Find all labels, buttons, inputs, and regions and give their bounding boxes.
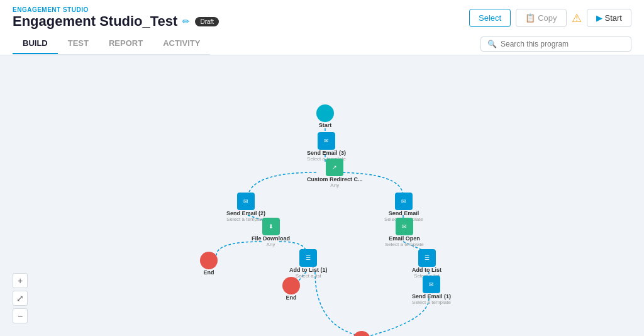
search-icon: 🔍 xyxy=(487,40,497,48)
select-button[interactable]: Select xyxy=(469,9,511,27)
start-label: Start xyxy=(319,122,332,128)
send-email-1-square: ✉ xyxy=(423,276,440,293)
email-open-label: Email Open xyxy=(389,235,420,242)
add-to-list-1-square: ☰ xyxy=(299,249,317,267)
send-email-3-label: Send Email (3) xyxy=(307,150,346,156)
node-end-left[interactable]: End xyxy=(200,252,218,276)
zoom-fit-button[interactable]: ⤢ xyxy=(13,291,28,306)
zoom-controls: + ⤢ − xyxy=(13,273,28,323)
search-bar: 🔍 xyxy=(480,36,631,52)
node-add-to-list-1[interactable]: ☰ Add to List (1) Select a list xyxy=(289,249,328,279)
tab-activity[interactable]: ACTIVITY xyxy=(153,33,210,54)
header: ENGAGEMENT STUDIO Engagement Studio_Test… xyxy=(0,0,644,55)
node-send-email-1[interactable]: ✉ Send Email (1) Select a template xyxy=(412,276,451,305)
page-title: Engagement Studio_Test xyxy=(13,13,177,30)
add-to-list-2-square: ☰ xyxy=(418,249,436,267)
node-end-mid[interactable]: End xyxy=(282,277,300,301)
node-add-to-list-2[interactable]: ☰ Add to List Select a list xyxy=(412,249,441,279)
send-email-right-label: Send Email xyxy=(389,210,419,216)
tab-report[interactable]: REPORT xyxy=(99,33,153,54)
end-left-circle xyxy=(200,252,218,269)
add-to-list-1-label: Add to List (1) xyxy=(289,267,328,273)
email-open-sublabel: Select a template xyxy=(385,242,424,247)
custom-redirect-square: ↗ xyxy=(326,159,343,176)
file-download-sublabel: Any xyxy=(267,242,275,247)
title-row: Engagement Studio_Test ✏ Draft xyxy=(13,13,219,30)
app-container: ENGAGEMENT STUDIO Engagement Studio_Test… xyxy=(0,0,644,336)
brand-title-group: ENGAGEMENT STUDIO Engagement Studio_Test… xyxy=(13,6,219,30)
warning-icon: ⚠ xyxy=(572,11,582,25)
node-file-download[interactable]: ⬇ File Download Any xyxy=(252,218,290,247)
file-download-square: ⬇ xyxy=(262,218,280,235)
search-input[interactable] xyxy=(501,40,614,48)
node-custom-redirect[interactable]: ↗ Custom Redirect C... Any xyxy=(307,159,363,188)
draft-badge: Draft xyxy=(195,17,219,26)
brand-label: ENGAGEMENT STUDIO xyxy=(13,6,219,13)
send-email-2-square: ✉ xyxy=(237,193,255,210)
node-email-open[interactable]: ✉ Email Open Select a template xyxy=(385,218,424,247)
play-icon: ▶ xyxy=(596,13,602,23)
add-to-list-2-label: Add to List xyxy=(412,267,441,273)
custom-redirect-sublabel: Any xyxy=(330,182,339,188)
header-top: ENGAGEMENT STUDIO Engagement Studio_Test… xyxy=(13,0,631,33)
start-button[interactable]: ▶ Start xyxy=(587,9,631,27)
node-end-bottom[interactable]: End xyxy=(353,331,370,336)
copy-icon: 📋 xyxy=(525,13,535,23)
connections-svg xyxy=(0,55,644,336)
node-start[interactable]: Start xyxy=(316,104,334,128)
custom-redirect-label: Custom Redirect C... xyxy=(307,176,363,182)
start-circle xyxy=(316,104,334,122)
send-email-1-sublabel: Select a template xyxy=(412,300,451,305)
tab-test[interactable]: TEST xyxy=(58,33,99,54)
end-left-label: End xyxy=(204,269,214,276)
send-email-2-label: Send Email (2) xyxy=(226,210,265,216)
copy-button[interactable]: 📋 Copy xyxy=(516,9,566,27)
file-download-label: File Download xyxy=(252,235,290,242)
header-actions: Select 📋 Copy ⚠ ▶ Start xyxy=(469,9,631,27)
canvas: Start ✉ Send Email (3) Select a template… xyxy=(0,55,644,336)
zoom-in-button[interactable]: + xyxy=(13,273,28,288)
tabs: BUILD TEST REPORT ACTIVITY xyxy=(13,33,210,55)
send-email-3-square: ✉ xyxy=(318,132,335,150)
end-mid-circle xyxy=(282,277,300,294)
tab-build[interactable]: BUILD xyxy=(13,33,58,54)
end-bottom-circle xyxy=(353,331,370,336)
send-email-right-square: ✉ xyxy=(395,193,413,210)
end-mid-label: End xyxy=(286,294,297,301)
edit-icon[interactable]: ✏ xyxy=(182,16,190,26)
node-send-email-3[interactable]: ✉ Send Email (3) Select a template xyxy=(307,132,346,162)
send-email-1-label: Send Email (1) xyxy=(412,293,451,300)
header-tabs-row: BUILD TEST REPORT ACTIVITY 🔍 xyxy=(13,33,631,55)
zoom-out-button[interactable]: − xyxy=(13,308,28,323)
email-open-square: ✉ xyxy=(396,218,413,235)
